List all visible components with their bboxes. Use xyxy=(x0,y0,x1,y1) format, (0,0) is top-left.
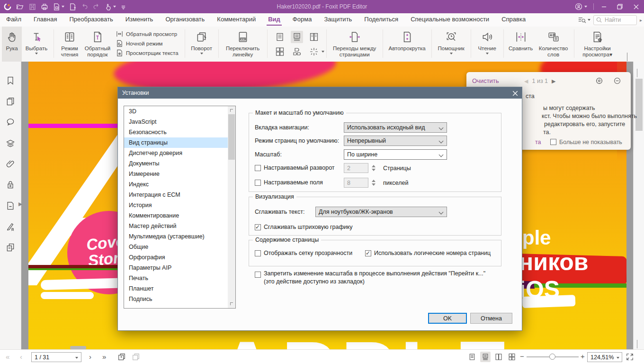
notification-settings-icon[interactable] xyxy=(595,77,603,85)
account-icon[interactable] xyxy=(571,0,591,13)
menu-home[interactable]: Главная xyxy=(27,13,63,27)
signatures-panel-icon[interactable] xyxy=(6,222,15,231)
cancel-button[interactable]: Отмена xyxy=(470,313,512,324)
list-item-multimedia[interactable]: Мультимедиа (устаревшие) xyxy=(124,231,235,242)
find-searchbox[interactable] xyxy=(593,15,637,25)
menu-file[interactable]: Файл xyxy=(0,13,27,27)
minimize-button[interactable] xyxy=(596,0,612,13)
list-item-action-wizard[interactable]: Мастер действий xyxy=(124,221,235,231)
zoom-field-caret[interactable] xyxy=(617,357,619,359)
dialog-title-bar[interactable]: Установки xyxy=(118,87,522,99)
pager-next-icon[interactable]: ▶ xyxy=(552,78,555,84)
pager-prev-icon[interactable]: ◀ xyxy=(524,78,528,84)
list-item-page-display[interactable]: Вид страницы xyxy=(124,137,235,148)
logical-page-numbers-checkbox[interactable] xyxy=(365,250,371,256)
menu-overflow-icon[interactable]: ▸ xyxy=(640,18,642,23)
search-commands-icon[interactable] xyxy=(578,16,590,24)
list-item-index[interactable]: Индекс xyxy=(124,179,235,190)
word-count-button[interactable]: Количество слов xyxy=(536,27,572,62)
ok-button[interactable]: OK xyxy=(428,313,467,324)
list-item-spelling[interactable]: Орфография xyxy=(124,252,235,263)
custom-margins-spinner[interactable]: 8 xyxy=(344,178,368,188)
menu-protect[interactable]: Защитить xyxy=(318,13,358,27)
pages-panel-icon[interactable] xyxy=(6,97,15,106)
previous-view-icon[interactable] xyxy=(117,353,126,361)
open-file-icon[interactable] xyxy=(16,3,24,10)
list-item-print[interactable]: Печать xyxy=(124,273,235,283)
toggle-ruler-button[interactable]: Переключить линейку xyxy=(221,27,265,62)
forbid-zoom-checkbox[interactable] xyxy=(255,272,261,278)
view-settings-button[interactable]: Настройки просмотра▾ xyxy=(577,27,618,62)
smooth-line-art-checkbox[interactable] xyxy=(255,224,261,230)
night-mode-button[interactable]: Ночной режим xyxy=(116,40,179,47)
list-scroll-up[interactable] xyxy=(230,109,233,112)
zoom-out-icon[interactable]: − xyxy=(520,352,524,360)
status-layout-continuous-icon[interactable] xyxy=(480,352,491,362)
collapse-ribbon-button[interactable] xyxy=(627,53,632,58)
preferences-category-list[interactable]: 3D JavaScript Безопасность Вид страницы … xyxy=(124,106,236,309)
menu-comment[interactable]: Комментарий xyxy=(211,13,262,27)
articles-panel-icon[interactable] xyxy=(6,243,15,252)
menu-accessibility[interactable]: Специальные возможности xyxy=(404,13,495,27)
bookmarks-panel-icon[interactable] xyxy=(6,76,15,85)
new-document-icon[interactable] xyxy=(69,3,76,10)
list-item-general[interactable]: Общие xyxy=(124,242,235,252)
layout-facing-button[interactable] xyxy=(308,31,320,43)
menu-convert[interactable]: Преобразовать xyxy=(63,13,119,27)
layout-single-page-button[interactable] xyxy=(274,31,286,43)
list-item-signature[interactable]: Подпись xyxy=(124,294,235,304)
rotate-dropdown-caret[interactable] xyxy=(200,53,203,55)
layout-facing-continuous-button[interactable] xyxy=(274,46,286,58)
zoom-in-icon[interactable]: + xyxy=(581,352,585,360)
next-page-icon[interactable]: › xyxy=(89,353,91,361)
zoom-select[interactable]: По ширине xyxy=(344,149,447,160)
hand-tool-button[interactable]: Рука xyxy=(2,27,22,62)
dialog-close-icon[interactable] xyxy=(511,90,519,97)
zoom-slider-knob[interactable] xyxy=(549,354,555,360)
custom-margins-spin-buttons[interactable] xyxy=(370,178,376,188)
reverse-view-button[interactable]: Обратный просмотр xyxy=(116,30,179,37)
split-dropdown-caret[interactable] xyxy=(322,51,324,53)
scroll-down-arrow[interactable] xyxy=(637,340,637,348)
reading-dropdown-caret[interactable] xyxy=(486,53,489,55)
assistant-dropdown-caret[interactable] xyxy=(450,53,453,55)
clear-link[interactable]: Очистить xyxy=(472,77,499,84)
custom-spread-checkbox[interactable] xyxy=(255,165,261,171)
page-transitions-button[interactable]: Переходы между страницами xyxy=(329,27,380,62)
print-icon[interactable] xyxy=(41,3,48,10)
read-mode-button[interactable]: Режим чтения xyxy=(56,27,83,62)
fullscreen-icon[interactable] xyxy=(626,353,634,361)
restore-button[interactable] xyxy=(612,0,628,13)
destinations-panel-icon[interactable] xyxy=(6,201,15,210)
touch-mode-icon[interactable] xyxy=(105,3,116,10)
menu-help[interactable]: Справка xyxy=(495,13,532,27)
customize-qat-icon[interactable] xyxy=(121,4,126,9)
menu-view[interactable]: Вид xyxy=(262,13,286,27)
smooth-text-select[interactable]: Для ноутбуков/ЖК-экранов xyxy=(315,207,447,217)
page-number-field[interactable]: 1 / 31 xyxy=(31,352,81,362)
last-page-icon[interactable]: » xyxy=(102,353,106,361)
menu-share[interactable]: Поделиться xyxy=(358,13,404,27)
list-item-commenting[interactable]: Комментирование xyxy=(124,210,235,221)
list-item-3d[interactable]: 3D xyxy=(124,106,235,117)
list-item-javascript[interactable]: JavaScript xyxy=(124,117,235,127)
layout-separate-cover-button[interactable] xyxy=(291,46,303,58)
list-item-history[interactable]: История xyxy=(124,200,235,210)
menu-form[interactable]: Форма xyxy=(286,13,318,27)
menu-organize[interactable]: Организовать xyxy=(159,13,211,27)
select-dropdown-caret[interactable] xyxy=(35,53,38,55)
list-item-trust-manager[interactable]: Диспетчер доверия xyxy=(124,148,235,158)
rotate-button[interactable]: Поворот xyxy=(188,27,216,62)
search-input[interactable] xyxy=(604,16,632,24)
reverse-order-button[interactable]: Обратный порядок xyxy=(83,27,112,62)
export-icon[interactable] xyxy=(53,3,64,10)
comments-panel-icon[interactable] xyxy=(6,118,15,127)
list-scroll-down[interactable] xyxy=(230,302,233,305)
scroll-up-arrow[interactable] xyxy=(637,69,637,77)
page-field-caret[interactable] xyxy=(75,357,78,359)
list-item-ecm[interactable]: Интеграция с ECM xyxy=(124,190,235,200)
vertical-scrollbar-thumb[interactable] xyxy=(635,79,643,131)
attachments-panel-icon[interactable] xyxy=(6,159,15,169)
layout-continuous-button[interactable] xyxy=(291,31,303,43)
notification-collapse-icon[interactable] xyxy=(613,77,621,85)
